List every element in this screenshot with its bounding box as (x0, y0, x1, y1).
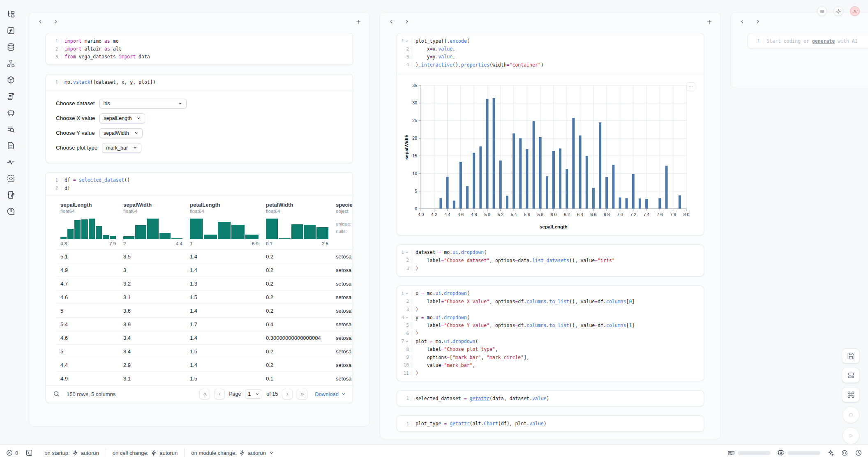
collapse-right-button[interactable] (52, 18, 60, 25)
sidebar-hierarchy-button[interactable] (6, 58, 16, 68)
download-button[interactable]: Download (315, 391, 346, 397)
sidebar-scroll-button[interactable] (6, 91, 16, 101)
memory-usage-meter[interactable] (727, 449, 771, 456)
sidebar-chat-bot-button[interactable] (6, 108, 16, 118)
bar[interactable] (612, 164, 614, 208)
save-button[interactable] (842, 348, 860, 364)
bar[interactable] (453, 201, 455, 209)
code-editor[interactable]: 1mo.vstack([dataset, x, y, plot]) (46, 74, 353, 90)
table-row[interactable]: 4.42.91.40.2setosa (57, 358, 353, 372)
bar[interactable] (605, 177, 608, 208)
table-row[interactable]: 4.63.41.40.30000000000000004setosa (57, 331, 353, 345)
code-editor[interactable]: 1plot_type = getattr(alt.Chart(df), plot… (397, 416, 704, 431)
prev-page-button[interactable] (214, 389, 225, 399)
code-editor[interactable]: 1 Start coding or generate with AI (748, 33, 868, 48)
bar[interactable] (512, 133, 515, 208)
collapse-left-button[interactable] (739, 18, 746, 25)
ai-button[interactable] (827, 449, 834, 456)
fold-chevron-icon[interactable] (405, 39, 409, 43)
bar[interactable] (658, 198, 661, 209)
page-number-select[interactable]: 1 (245, 390, 262, 399)
sidebar-function-square-button[interactable] (6, 25, 16, 35)
column-histogram[interactable] (123, 219, 182, 239)
on-cell-change-setting[interactable]: on cell change:autorun (106, 450, 185, 456)
bar[interactable] (679, 195, 681, 209)
menu-button[interactable] (817, 6, 827, 16)
table-row[interactable]: 5.43.91.70.4setosa (57, 318, 353, 331)
bar[interactable] (486, 99, 489, 208)
column-histogram[interactable] (190, 219, 259, 239)
bar[interactable] (466, 186, 469, 209)
generate-link[interactable]: generate (812, 38, 835, 44)
runtime-clock-button[interactable] (855, 449, 862, 456)
bar[interactable] (459, 162, 462, 209)
column-header[interactable]: petalWidthfloat640.12.5 (262, 196, 332, 250)
bar[interactable] (599, 122, 601, 209)
table-search-button[interactable] (53, 390, 60, 398)
chart-actions-button[interactable] (686, 82, 695, 91)
last-page-button[interactable] (297, 389, 307, 399)
bar[interactable] (665, 166, 668, 209)
sidebar-database-button[interactable] (6, 42, 16, 52)
add-column-button[interactable] (706, 18, 713, 25)
bar[interactable] (539, 137, 542, 209)
table-row[interactable]: 4.63.11.50.2setosa (57, 290, 353, 304)
table-row[interactable]: 53.41.50.2setosa (57, 345, 353, 358)
on-module-change-setting[interactable]: on module change:autorun (185, 450, 281, 456)
code-editor[interactable]: 1dataset = mo.ui.dropdown(2 label="Choos… (397, 245, 704, 276)
bar[interactable] (586, 156, 588, 209)
bar[interactable] (592, 188, 595, 209)
choose-y-value-select[interactable]: sepalWidth (99, 128, 143, 138)
bar[interactable] (519, 138, 522, 208)
sidebar-file-tree-button[interactable] (6, 9, 16, 19)
bar[interactable] (526, 149, 528, 209)
errors-button[interactable]: 0 (6, 449, 18, 456)
collapse-left-button[interactable] (388, 18, 395, 25)
fold-chevron-icon[interactable] (405, 339, 409, 343)
table-row[interactable]: 4.73.21.30.2setosa (57, 277, 353, 290)
fold-chevron-icon[interactable] (405, 316, 409, 320)
run-button[interactable] (843, 427, 859, 444)
bar[interactable] (493, 98, 495, 208)
table-row[interactable]: 4.93.11.50.1setosa (57, 372, 353, 385)
column-histogram[interactable] (266, 219, 328, 239)
on-startup-setting[interactable]: on startup:autorun (38, 450, 106, 456)
shutdown-button[interactable] (850, 6, 860, 16)
collapse-right-button[interactable] (403, 18, 411, 25)
bar[interactable] (632, 174, 635, 209)
terminal-button[interactable] (25, 449, 33, 456)
table-row[interactable]: 53.61.40.2setosa (57, 304, 353, 318)
sidebar-document-button[interactable] (6, 141, 16, 150)
fold-chevron-icon[interactable] (405, 250, 409, 254)
table-row[interactable]: 4.931.40.2setosa (57, 263, 353, 277)
column-header[interactable]: sepalLengthfloat644.37.9 (57, 196, 120, 250)
code-editor[interactable]: 1plot_type().encode(2 x=x.value,3 y=y.va… (397, 33, 704, 73)
copilot-button[interactable] (841, 449, 848, 456)
column-header[interactable]: sepalWidthfloat6424.4 (120, 196, 186, 250)
sidebar-help-button[interactable] (6, 206, 16, 216)
column-header[interactable]: petalLengthfloat6416.9 (186, 196, 262, 250)
bar[interactable] (439, 198, 442, 209)
column-histogram[interactable] (60, 219, 116, 239)
choose-x-value-select[interactable]: sepalLength (99, 113, 145, 123)
bar[interactable] (639, 198, 641, 209)
bar[interactable] (645, 199, 648, 209)
column-header[interactable]: speciesobjectunique:nulls: (332, 196, 353, 250)
bar[interactable] (546, 176, 548, 209)
bar[interactable] (533, 121, 535, 208)
sidebar-activity-button[interactable] (6, 157, 16, 167)
code-editor[interactable]: 1df = selected_dataset()2df (46, 173, 353, 196)
layout-button[interactable] (842, 368, 860, 383)
bar[interactable] (559, 148, 561, 209)
bar[interactable] (579, 135, 582, 208)
code-editor[interactable]: 1x = mo.ui.dropdown(2 label="Choose X va… (397, 286, 704, 381)
bar[interactable] (626, 198, 628, 209)
stop-button[interactable] (843, 406, 859, 423)
collapse-right-button[interactable] (754, 18, 762, 25)
table-row[interactable]: 5.13.51.40.2setosa (57, 250, 353, 263)
sidebar-search-list-button[interactable] (6, 124, 16, 134)
settings-button[interactable] (833, 6, 843, 16)
fold-chevron-icon[interactable] (405, 291, 409, 295)
sidebar-notebook-edit-button[interactable] (6, 190, 16, 200)
bar[interactable] (619, 197, 621, 208)
